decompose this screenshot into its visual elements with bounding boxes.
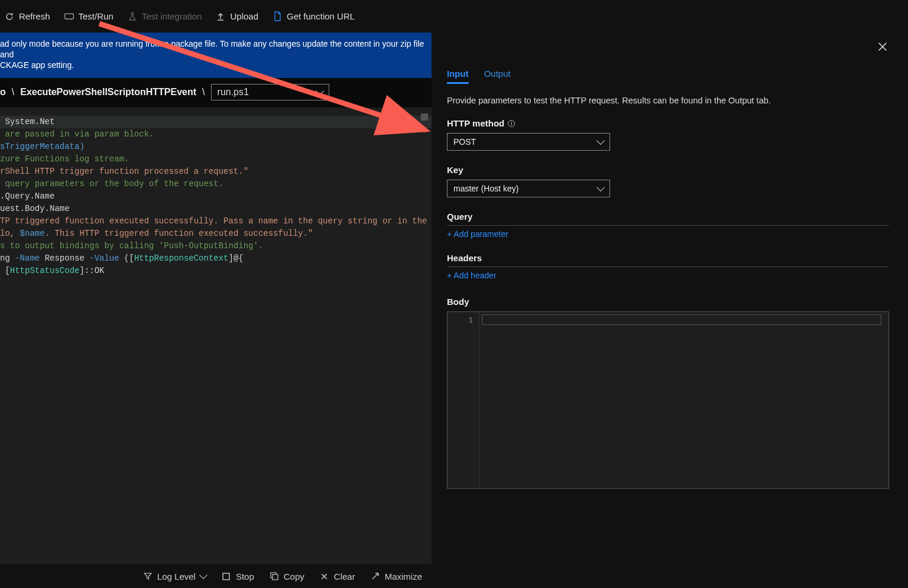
filter-icon — [143, 571, 153, 581]
upload-button[interactable]: Upload — [216, 11, 258, 21]
clear-label: Clear — [334, 571, 355, 581]
svg-rect-0 — [64, 14, 73, 19]
toolbar: Refresh Test/Run Test integration Upload — [0, 0, 432, 33]
body-textarea[interactable] — [479, 312, 888, 488]
body-editor[interactable]: 1 — [447, 311, 889, 489]
test-integration-button: Test integration — [128, 11, 202, 21]
tab-input[interactable]: Input — [447, 69, 469, 84]
svg-rect-2 — [273, 574, 278, 580]
add-header-link[interactable]: + Add header — [447, 271, 497, 280]
test-run-button[interactable]: Test/Run — [64, 11, 114, 21]
crumb-function[interactable]: ExecutePowerShellScriptonHTTPEvent — [20, 87, 196, 98]
body-label: Body — [447, 297, 889, 307]
copy-icon — [270, 571, 279, 581]
banner-line2: CKAGE app setting. — [0, 60, 426, 70]
upload-label: Upload — [230, 11, 258, 21]
get-url-button[interactable]: Get function URL — [273, 11, 355, 21]
chevron-down-icon — [596, 183, 605, 191]
get-url-icon — [273, 12, 282, 21]
readonly-banner: ad only mode because you are running fro… — [0, 33, 432, 78]
info-icon[interactable]: i — [508, 120, 515, 127]
chevron-down-icon — [596, 137, 605, 145]
scrollbar-thumb[interactable] — [421, 113, 428, 121]
upload-icon — [216, 12, 225, 21]
refresh-label: Refresh — [19, 11, 50, 21]
code-editor[interactable]: System.Net are passed in via param block… — [0, 108, 432, 564]
copy-label: Copy — [284, 571, 304, 581]
test-panel: Input Output Provide parameters to test … — [432, 0, 908, 588]
clear-button[interactable]: Clear — [320, 571, 355, 581]
stop-icon — [222, 571, 231, 581]
add-parameter-link[interactable]: + Add parameter — [447, 229, 508, 239]
headers-section: Headers — [447, 253, 889, 267]
get-url-label: Get function URL — [287, 11, 355, 21]
test-run-label: Test/Run — [79, 11, 114, 21]
svg-rect-1 — [223, 573, 229, 580]
http-method-value: POST — [453, 137, 476, 147]
stop-label: Stop — [236, 571, 254, 581]
maximize-label: Maximize — [385, 571, 422, 581]
body-cursor-line — [482, 314, 881, 325]
panel-description: Provide parameters to test the HTTP requ… — [447, 96, 889, 105]
maximize-icon — [371, 571, 380, 581]
test-integration-label: Test integration — [142, 11, 202, 21]
flask-icon — [128, 12, 137, 21]
close-button[interactable] — [877, 41, 890, 54]
log-toolbar: Log Level Stop Copy Clear — [0, 564, 432, 588]
file-select[interactable]: run.ps1 — [211, 84, 329, 100]
http-method-label: HTTP method i — [447, 118, 889, 128]
code-pane: Refresh Test/Run Test integration Upload — [0, 0, 432, 588]
tabs: Input Output — [447, 69, 889, 84]
key-value: master (Host key) — [453, 184, 518, 193]
log-level-label: Log Level — [157, 571, 196, 581]
refresh-button[interactable]: Refresh — [5, 11, 50, 21]
key-label: Key — [447, 165, 889, 175]
copy-button[interactable]: Copy — [270, 571, 304, 581]
crumb-sep: \ — [12, 87, 14, 98]
file-select-value: run.ps1 — [218, 87, 249, 98]
test-run-icon — [64, 12, 74, 21]
chevron-down-icon — [199, 571, 207, 579]
chevron-down-icon — [315, 86, 323, 95]
stop-button[interactable]: Stop — [222, 571, 254, 581]
refresh-icon — [5, 12, 14, 21]
breadcrumb: o \ ExecutePowerShellScriptonHTTPEvent \… — [0, 78, 432, 108]
banner-line1: ad only mode because you are running fro… — [0, 38, 426, 60]
crumb-app[interactable]: o — [0, 87, 6, 98]
maximize-button[interactable]: Maximize — [371, 571, 422, 581]
clear-icon — [320, 571, 329, 581]
log-level-button[interactable]: Log Level — [143, 571, 206, 581]
key-select[interactable]: master (Host key) — [447, 180, 610, 197]
tab-output[interactable]: Output — [484, 69, 511, 84]
body-gutter: 1 — [447, 312, 479, 488]
crumb-sep: \ — [202, 87, 205, 98]
query-section: Query — [447, 212, 889, 226]
http-method-select[interactable]: POST — [447, 133, 610, 151]
body-line-number: 1 — [447, 316, 473, 324]
